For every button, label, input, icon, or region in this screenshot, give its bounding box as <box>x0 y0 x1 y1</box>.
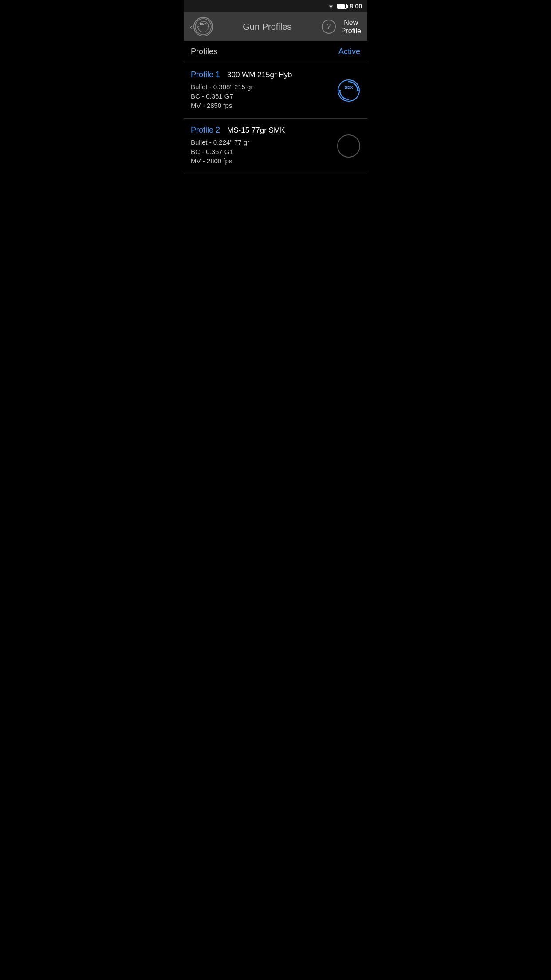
svg-point-6 <box>338 80 359 101</box>
profile-1-header-row: Profile 1 300 WM 215gr Hyb <box>191 70 337 79</box>
profile-2-name: Profile 2 <box>191 126 220 135</box>
status-icons <box>327 4 347 9</box>
profile-1-bullet: Bullet - 0.308" 215 gr <box>191 83 337 91</box>
help-icon: ? <box>327 23 331 31</box>
help-button[interactable]: ? <box>322 20 336 34</box>
back-arrow-icon: ‹ <box>190 22 193 32</box>
bdx-active-icon: BDX <box>337 79 360 102</box>
svg-text:BDX: BDX <box>344 85 353 90</box>
profile-1-info: Profile 1 300 WM 215gr Hyb Bullet - 0.30… <box>191 70 337 111</box>
bdx-inactive-icon <box>337 134 360 158</box>
profile-1-gun-name: 300 WM 215gr Hyb <box>227 71 292 79</box>
active-column-label: Active <box>338 47 360 56</box>
profile-2-bullet: Bullet - 0.224" 77 gr <box>191 138 337 146</box>
profile-2-header-row: Profile 2 MS-15 77gr SMK <box>191 126 337 135</box>
profile-card-1[interactable]: Profile 1 300 WM 215gr Hyb Bullet - 0.30… <box>184 63 367 119</box>
battery-icon <box>337 4 347 9</box>
profile-1-bc: BC - 0.361 G7 <box>191 92 337 100</box>
profile-1-name: Profile 1 <box>191 70 220 79</box>
header-left: ‹ BDX <box>190 17 213 36</box>
svg-point-0 <box>331 8 331 9</box>
header-right: ? NewProfile <box>322 18 361 35</box>
header: ‹ BDX Gun Profiles ? NewProfile <box>184 12 367 41</box>
profile-2-bc: BC - 0.367 G1 <box>191 148 337 155</box>
status-time: 8:00 <box>350 3 362 10</box>
new-profile-label: NewProfile <box>341 19 361 35</box>
svg-text:BDX: BDX <box>200 22 207 25</box>
bdx-logo-svg: BDX <box>194 18 212 36</box>
page-title: Gun Profiles <box>213 22 322 32</box>
profiles-header: Profiles Active <box>184 41 367 63</box>
status-bar: 8:00 <box>184 0 367 12</box>
profiles-section-label: Profiles <box>191 47 217 56</box>
profile-1-mv: MV - 2850 fps <box>191 102 337 109</box>
bdx-logo: BDX <box>193 17 213 36</box>
wifi-icon <box>327 4 335 9</box>
profile-2-mv: MV - 2800 fps <box>191 157 337 165</box>
back-button[interactable]: ‹ BDX <box>190 17 213 36</box>
profile-2-gun-name: MS-15 77gr SMK <box>227 126 285 135</box>
profile-card-2[interactable]: Profile 2 MS-15 77gr SMK Bullet - 0.224"… <box>184 119 367 174</box>
svg-marker-5 <box>197 26 199 28</box>
new-profile-button[interactable]: NewProfile <box>341 18 361 35</box>
svg-marker-4 <box>207 25 210 27</box>
profile-2-info: Profile 2 MS-15 77gr SMK Bullet - 0.224"… <box>191 126 337 166</box>
